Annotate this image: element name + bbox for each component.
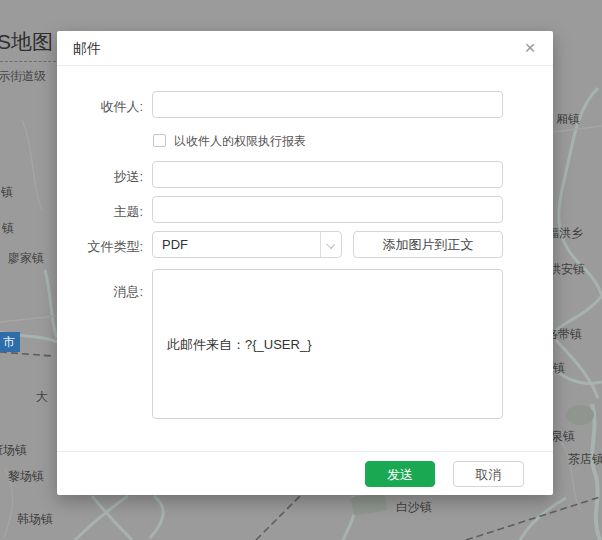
dialog-title: 邮件 <box>73 40 101 58</box>
message-text: 此邮件来自：?{_USER_} <box>167 336 312 354</box>
close-icon[interactable]: × <box>516 34 544 62</box>
map-place-label: 大 <box>36 390 48 404</box>
file-type-label: 文件类型: <box>57 238 143 256</box>
chevron-down-icon <box>326 240 335 249</box>
dialog-header: 邮件 × <box>57 31 553 66</box>
map-place-label: 廖家镇 <box>8 251 44 265</box>
map-place-label: 镇 <box>553 361 565 375</box>
cc-label: 抄送: <box>57 168 143 186</box>
map-place-label: 镇 <box>2 221 14 235</box>
subject-label: 主题: <box>57 203 143 221</box>
map-place-label: 黎场镇 <box>8 469 44 483</box>
map-city-badge: 市 <box>0 332 20 352</box>
message-label: 消息: <box>57 283 143 301</box>
dialog-footer: 发送 取消 <box>57 451 553 495</box>
email-dialog: 邮件 × 收件人: 以收件人的权限执行报表 抄送: 主题: 文件类型: PDF … <box>57 31 553 495</box>
file-type-select[interactable]: PDF <box>152 231 342 258</box>
add-image-to-body-button[interactable]: 添加图片到正文 <box>353 231 503 258</box>
map-place-label: 茶店镇 <box>568 452 602 466</box>
map-title-divider <box>0 61 56 62</box>
permission-checkbox-label: 以收件人的权限执行报表 <box>174 133 306 150</box>
select-arrow-box[interactable] <box>320 232 341 257</box>
subject-input[interactable] <box>152 196 503 223</box>
recipient-label: 收件人: <box>57 98 143 116</box>
map-title: S地图 <box>0 28 53 56</box>
map-subtitle: 示街道级 <box>0 68 46 85</box>
cancel-button[interactable]: 取消 <box>453 461 524 487</box>
message-textarea[interactable]: 此邮件来自：?{_USER_} <box>152 269 503 419</box>
map-place-label: 董场镇 <box>0 443 27 457</box>
permission-checkbox[interactable] <box>153 134 166 147</box>
recipient-input[interactable] <box>152 91 503 118</box>
send-button[interactable]: 发送 <box>365 461 435 487</box>
map-place-label: 白沙镇 <box>396 500 432 514</box>
map-place-label: 洪安镇 <box>549 262 585 276</box>
file-type-value: PDF <box>162 237 188 252</box>
cc-input[interactable] <box>152 161 503 188</box>
map-place-label: 厢镇 <box>556 112 580 126</box>
map-place-label: 韩场镇 <box>17 512 53 526</box>
map-place-label: 泉镇 <box>551 429 575 443</box>
map-place-label: 镇 <box>1 185 13 199</box>
